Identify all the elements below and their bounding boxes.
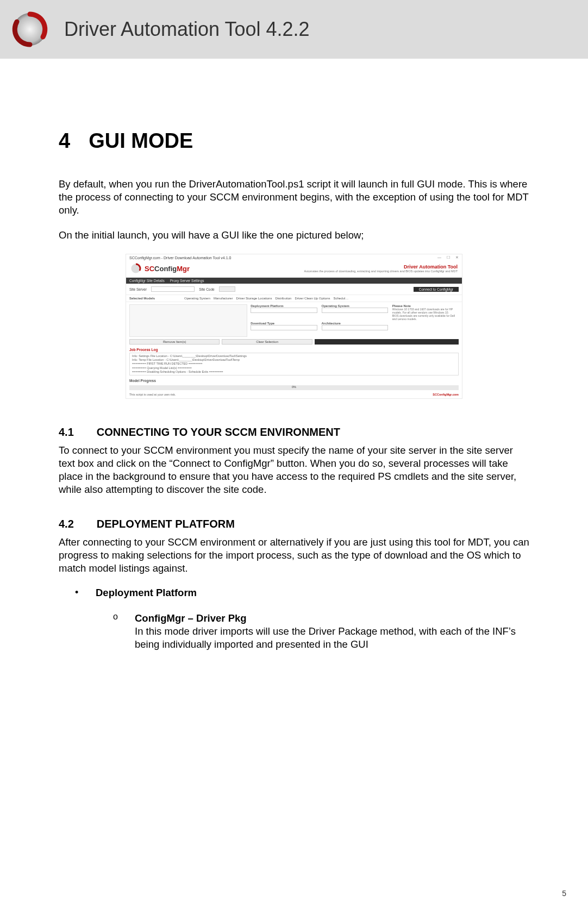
site-server-label: Site Server: [129, 287, 147, 291]
subsection-title: DEPLOYMENT PLATFORM: [97, 518, 235, 530]
subsection-title: CONNECTING TO YOUR SCCM ENVIRONMENT: [97, 426, 340, 439]
page-body: 4 GUI MODE By default, when you run the …: [0, 59, 588, 651]
footer-disclaimer: This script is used at your own risk.: [129, 393, 176, 396]
site-code-label: Site Code: [199, 287, 215, 291]
site-row: Site Server Site Code Connect to ConfigM…: [126, 284, 462, 295]
model-progress-label: Model Progress: [126, 378, 462, 384]
section-heading: 4 GUI MODE: [59, 129, 529, 153]
tab-distribution[interactable]: Distribution: [275, 297, 291, 300]
sub-bullet-title: ConfigMgr – Driver Pkg: [135, 612, 247, 624]
options-panel: Deployment Platform Operating System Ple…: [251, 304, 459, 337]
progress-bar: 0%: [129, 385, 459, 390]
bullet-item: • Deployment Platform: [75, 587, 529, 599]
operating-system-select[interactable]: [322, 308, 388, 313]
subsection-4-1-body: To connect to your SCCM environment you …: [59, 444, 529, 496]
bullet-label: Deployment Platform: [96, 587, 197, 599]
subsection-number: 4.1: [59, 426, 74, 439]
footer-link[interactable]: SCConfigMgr.com: [433, 393, 459, 396]
tab-schedule[interactable]: Schedul…: [333, 297, 348, 300]
app-footer: This script is used at your own risk. SC…: [126, 392, 462, 398]
brand-mid: Config: [154, 265, 177, 273]
log-line: Info: Temp File Location - C:\Users\____…: [132, 358, 456, 362]
app-brand: SCConfigMgr: [130, 263, 190, 274]
please-note-text: Windows 10 1703 and 1607 downloads are f…: [392, 308, 459, 321]
tab-storage[interactable]: Driver Storage Locations: [236, 297, 272, 300]
col-selected-models: Selected Models: [129, 297, 181, 300]
section-number: 4: [59, 129, 70, 153]
intro-paragraph-1: By default, when you run the DriverAutom…: [59, 178, 529, 217]
page-title: Driver Automation Tool 4.2.2: [64, 18, 310, 41]
brand-text: SCConfigMgr: [145, 265, 190, 273]
sub-bullet-icon: o: [113, 612, 135, 622]
app-window-title: SCConfigMgr.com - Driver Download Automa…: [129, 256, 231, 260]
action-buttons: Remove Item(s) Clear Selection: [126, 339, 462, 347]
brand-post: Mgr: [177, 265, 190, 273]
page-header: Driver Automation Tool 4.2.2: [0, 0, 588, 59]
progress-value: 0%: [292, 385, 296, 389]
subsection-4-1-heading: 4.1 CONNECTING TO YOUR SCCM ENVIRONMENT: [59, 426, 529, 439]
sub-bullet-text: In this mode driver imports will use the…: [135, 625, 516, 650]
app-screenshot-figure: SCConfigMgr.com - Driver Download Automa…: [126, 254, 462, 399]
bullet-icon: •: [75, 587, 96, 598]
download-type-select[interactable]: [251, 325, 317, 330]
app-header-subtitle: Automates the process of downloading, ex…: [304, 270, 458, 273]
section-title: GUI MODE: [89, 129, 193, 153]
remove-button[interactable]: Remove Item(s): [129, 339, 220, 345]
log-line: Info: Settings File Location - C:\Users\…: [132, 354, 456, 358]
app-header: SCConfigMgr Driver Automation Tool Autom…: [126, 261, 462, 278]
connect-button[interactable]: Connect to ConfigMgr: [414, 287, 459, 292]
app-titlebar: SCConfigMgr.com - Driver Download Automa…: [126, 254, 462, 261]
app-window: SCConfigMgr.com - Driver Download Automa…: [126, 254, 462, 399]
main-panel: Deployment Platform Operating System Ple…: [126, 302, 462, 339]
tab-os[interactable]: Operating System: [184, 297, 210, 300]
page-number: 5: [562, 889, 566, 898]
app-main-tabs: ConfigMgr Site Details Proxy Server Sett…: [126, 278, 462, 284]
minimize-icon[interactable]: —: [437, 255, 441, 260]
app-header-right: Driver Automation Tool Automates the pro…: [304, 264, 458, 273]
architecture-select[interactable]: [322, 325, 388, 330]
selected-models-list[interactable]: [129, 304, 247, 337]
app-header-title: Driver Automation Tool: [304, 264, 458, 270]
logo-icon: [11, 10, 49, 48]
log-line: ======== Querying Model List(s) ========: [132, 366, 456, 370]
site-code-input[interactable]: [219, 286, 235, 292]
sub-bullet-item: o ConfigMgr – Driver Pkg In this mode dr…: [113, 612, 529, 651]
start-button[interactable]: [315, 339, 459, 345]
close-icon[interactable]: ✕: [455, 255, 459, 260]
maximize-icon[interactable]: ☐: [447, 255, 450, 260]
brand-logo-icon: [130, 263, 141, 274]
deployment-platform-select[interactable]: [251, 308, 317, 313]
brand-pre: SC: [145, 265, 154, 273]
subsection-number: 4.2: [59, 518, 74, 530]
intro-paragraph-2: On the initial launch, you will have a G…: [59, 229, 529, 242]
clear-button[interactable]: Clear Selection: [222, 339, 312, 345]
column-tabs: Selected Models Operating System Manufac…: [126, 295, 462, 302]
subsection-4-2-body: After connecting to your SCCM environmen…: [59, 536, 529, 575]
tab-manufacturer[interactable]: Manufacturer: [214, 297, 233, 300]
subsection-4-2-heading: 4.2 DEPLOYMENT PLATFORM: [59, 518, 529, 530]
window-controls: — ☐ ✕: [437, 255, 459, 260]
tab-configmgr-site[interactable]: ConfigMgr Site Details: [129, 279, 165, 283]
job-log-heading: Job Process Log: [126, 347, 462, 353]
sub-bullet-body: ConfigMgr – Driver Pkg In this mode driv…: [135, 612, 529, 651]
log-line: ======== Disabling Scheduling Options - …: [132, 370, 456, 374]
tab-cleanup[interactable]: Driver Clean Up Options: [295, 297, 330, 300]
site-server-input[interactable]: [151, 286, 195, 292]
job-log: Info: Settings File Location - C:\Users\…: [129, 353, 459, 375]
tab-proxy-settings[interactable]: Proxy Server Settings: [170, 279, 204, 283]
log-line: ======== FIRST TIME RUN DETECTED =======…: [132, 362, 456, 366]
